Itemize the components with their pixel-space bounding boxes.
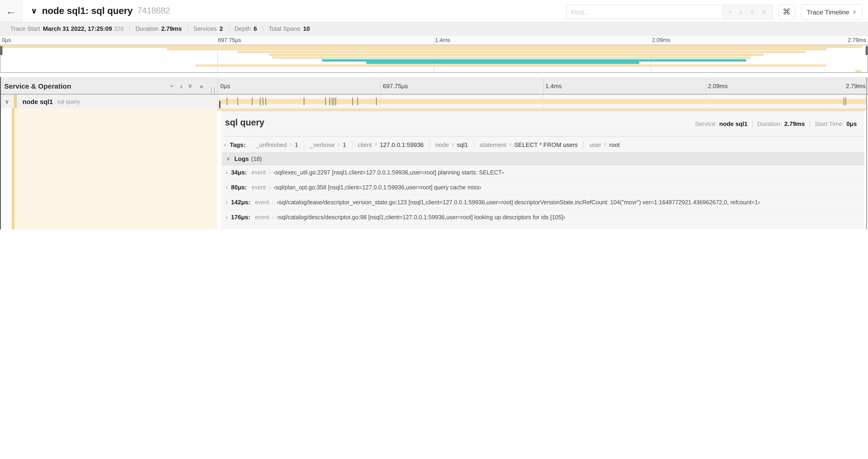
minimap-tick-label: 697.75μs bbox=[218, 37, 241, 43]
span-detail-title: sql query bbox=[225, 118, 265, 128]
equals-sign: = bbox=[268, 185, 271, 190]
trace-view-label: Trace Timeline bbox=[807, 8, 849, 15]
chevron-down-icon[interactable]: ∨ bbox=[0, 98, 14, 105]
chevron-right-icon: › bbox=[226, 214, 228, 220]
tags-accordion[interactable]: › Tags: _unfinished = 1 _verbose = 1 bbox=[221, 137, 864, 153]
tag-key: statement bbox=[479, 141, 506, 148]
row-indent-gutter bbox=[0, 108, 12, 230]
chevron-down-icon: ∨ bbox=[226, 156, 230, 162]
span-meta-label: Duration: bbox=[757, 120, 782, 127]
detail-row-span-bar bbox=[217, 108, 866, 110]
timeline-gridline bbox=[543, 78, 544, 94]
log-tick-mark bbox=[330, 97, 330, 105]
minimap-tick-label: 1.4ms bbox=[435, 37, 450, 43]
selected-row-highlight bbox=[14, 108, 217, 230]
log-entry-row[interactable]: › 80μs: event = ‹sql/plan_opt.go:358 [ns… bbox=[222, 180, 864, 195]
log-tick-mark bbox=[252, 97, 252, 105]
minimap-tick-labels: 0μs 697.75μs 1.4ms 2.09ms 2.79ms bbox=[0, 35, 868, 45]
trace-title: node sql1: sql query bbox=[42, 6, 133, 16]
log-field-name: event bbox=[255, 214, 269, 220]
chevron-icon[interactable]: › bbox=[168, 85, 177, 87]
log-tick-mark bbox=[846, 97, 846, 105]
minimap-span-bar bbox=[167, 48, 827, 51]
log-tick-mark bbox=[358, 97, 358, 105]
log-timestamp: 34μs: bbox=[231, 169, 247, 176]
span-duration-bar[interactable] bbox=[219, 99, 867, 104]
equals-sign: = bbox=[374, 141, 377, 148]
equals-sign: = bbox=[451, 141, 455, 148]
tag-value: 1 bbox=[295, 141, 298, 148]
chevron-icon[interactable]: » bbox=[187, 84, 195, 88]
service-operation-header: Service & Operation › › » » bbox=[0, 78, 217, 94]
span-row-name-cell[interactable]: ∨ node sql1 sql query bbox=[0, 95, 217, 108]
log-tick-mark bbox=[843, 97, 844, 105]
minimap-span-bar bbox=[195, 64, 826, 67]
summary-value: 2 bbox=[220, 25, 223, 32]
trace-collapse-icon[interactable]: ∨ bbox=[31, 6, 37, 16]
next-match-icon[interactable]: ∨ bbox=[750, 9, 754, 15]
chevron-icon[interactable]: › bbox=[180, 82, 183, 90]
logs-accordion-header[interactable]: ∨ Logs (18) bbox=[222, 153, 864, 165]
service-operation-label: Service & Operation bbox=[4, 82, 71, 90]
summary-label: Total Spans bbox=[269, 25, 300, 32]
find-controls: ⌖ ∧ ∨ ✕ bbox=[722, 5, 772, 19]
span-meta-item: Duration: 2.79ms bbox=[752, 120, 810, 127]
right-scrollbar[interactable] bbox=[866, 77, 867, 230]
trace-view-select[interactable]: Trace Timeline ∨ bbox=[801, 4, 862, 20]
tag-item: node = sql1 bbox=[429, 141, 474, 148]
trace-page-header: ← ∨ node sql1: sql query 7418682 ⌖ ∧ ∨ ✕… bbox=[0, 0, 868, 22]
tag-item: _unfinished = 1 bbox=[250, 141, 304, 148]
log-tick-mark bbox=[334, 97, 334, 105]
span-meta-item: Start Time: 0μs bbox=[809, 120, 862, 127]
find-input[interactable] bbox=[566, 5, 722, 19]
log-entry-row[interactable]: › 142μs: event = ‹sql/catalog/lease/desc… bbox=[222, 195, 864, 210]
span-row-timeline-cell bbox=[217, 95, 868, 108]
span-meta-item: Service: node sql1 bbox=[690, 120, 752, 127]
log-timestamp: 189μs: bbox=[231, 229, 250, 230]
log-entry-row[interactable]: › 34μs: event = ‹sql/exec_util.go:2297 [… bbox=[222, 165, 864, 180]
back-button[interactable]: ← bbox=[0, 0, 22, 22]
column-resize-grip[interactable] bbox=[211, 87, 215, 94]
trace-page: ← ∨ node sql1: sql query 7418682 ⌖ ∧ ∨ ✕… bbox=[0, 0, 868, 230]
locate-icon[interactable]: ⌖ bbox=[728, 9, 732, 15]
clear-find-icon[interactable]: ✕ bbox=[761, 9, 767, 15]
minimap-left-drag-handle[interactable] bbox=[0, 46, 2, 55]
left-scrollbar[interactable] bbox=[0, 77, 1, 230]
tag-key: user bbox=[589, 141, 601, 148]
prev-match-icon[interactable]: ∧ bbox=[739, 9, 743, 15]
logs-count: (18) bbox=[251, 155, 262, 162]
timeline-tick-label: 697.75μs bbox=[383, 83, 408, 90]
equals-sign: = bbox=[272, 199, 275, 205]
log-tick-mark bbox=[376, 97, 377, 105]
tag-item: statement = SELECT * FROM users bbox=[473, 141, 583, 148]
timeline-tick-label: 1.4ms bbox=[545, 83, 562, 90]
log-tick-mark bbox=[332, 97, 332, 105]
log-field-value: ‹sql/plan_opt.go:358 [nsql1,client=127.0… bbox=[274, 184, 482, 191]
span-row: ∨ node sql1 sql query bbox=[0, 95, 868, 108]
minimap-right-drag-handle[interactable] bbox=[866, 46, 868, 55]
summary-value: 6 bbox=[254, 25, 257, 32]
log-entry-row[interactable]: › 189μs: event = ‹sql/catalog/lease/desc… bbox=[222, 225, 864, 230]
minimap-tick-label: 0μs bbox=[2, 37, 11, 43]
span-service-name: node sql1 bbox=[22, 98, 53, 105]
keyboard-shortcuts-button[interactable]: ⌘ bbox=[778, 4, 795, 20]
trace-summary-bar: Trace Start March 31 2022, 17:25:09 .326… bbox=[0, 22, 868, 35]
log-entry-row[interactable]: › 176μs: event = ‹sql/catalog/descs/desc… bbox=[222, 210, 864, 225]
span-operation-name: sql query bbox=[57, 98, 80, 105]
minimap-canvas[interactable] bbox=[0, 45, 868, 73]
log-field-value: ‹sql/catalog/descs/descriptor.go:98 [nsq… bbox=[277, 214, 565, 220]
chevron-icon[interactable]: » bbox=[199, 82, 204, 90]
timeline-tick-label: 2.09ms bbox=[708, 83, 728, 90]
span-meta-label: Service: bbox=[695, 120, 717, 127]
chevron-right-icon: › bbox=[226, 199, 228, 205]
selected-span-row-background bbox=[0, 108, 217, 230]
chevron-right-icon: › bbox=[226, 229, 228, 230]
equals-sign: = bbox=[603, 141, 607, 148]
tag-key: node bbox=[435, 141, 449, 148]
logs-label: Logs bbox=[234, 155, 249, 162]
log-tick-mark bbox=[263, 97, 263, 105]
span-detail-panel: sql query Service: node sql1 Duration: 2… bbox=[221, 110, 864, 230]
log-tick-mark bbox=[304, 97, 304, 105]
log-timestamp: 80μs: bbox=[231, 184, 247, 191]
tag-key: _unfinished bbox=[256, 141, 287, 148]
